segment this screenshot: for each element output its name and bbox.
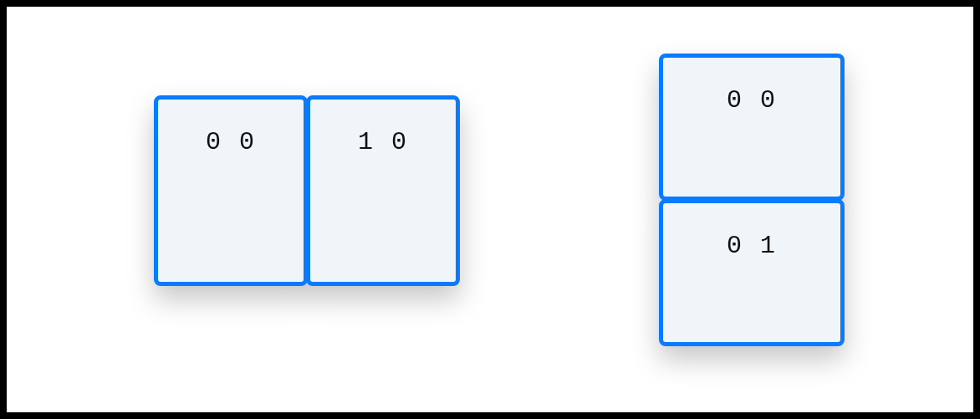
cell-label: 0 0 xyxy=(206,128,256,156)
cell-label: 0 0 xyxy=(727,86,777,115)
cell-left-0: 0 0 xyxy=(154,95,308,286)
cell-label: 1 0 xyxy=(358,128,408,156)
cell-label: 0 1 xyxy=(727,232,777,260)
cell-right-1: 0 1 xyxy=(659,199,845,346)
group-horizontal: 0 0 1 0 xyxy=(154,95,460,286)
diagram-canvas: 0 0 1 0 0 0 0 1 xyxy=(7,7,973,412)
group-vertical: 0 0 0 1 xyxy=(659,54,845,346)
cell-left-1: 1 0 xyxy=(306,95,460,286)
cell-right-0: 0 0 xyxy=(659,54,845,201)
